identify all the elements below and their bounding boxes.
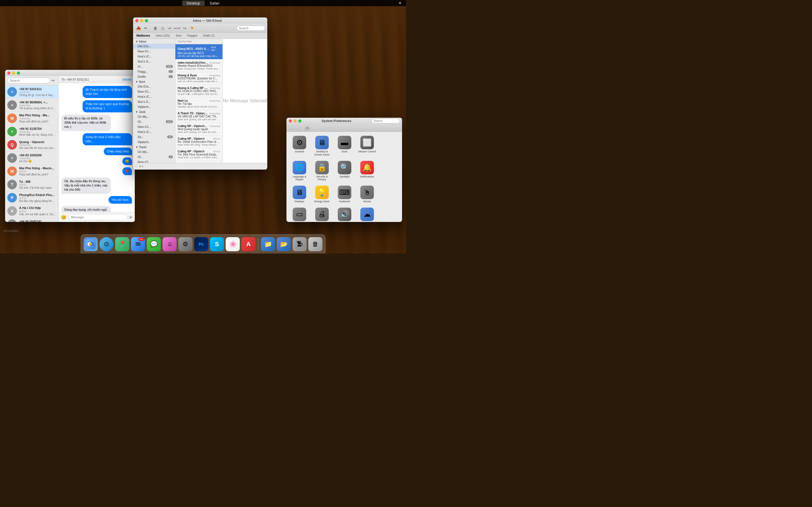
mail-folder[interactable]: Vijatech... xyxy=(133,139,175,145)
back-button[interactable]: ‹ xyxy=(289,126,294,130)
mail-item[interactable]: Hoang & Cường NP -... Yesterday KE HOACH… xyxy=(175,85,222,98)
mail-item[interactable]: Giang WCS - ANSV & A... 9:53 AM Bàn về x… xyxy=(175,44,222,59)
mail-item[interactable]: Cường NP - Vijatech 6/5/15 Re: Detail Co… xyxy=(175,135,222,148)
tab-mailboxes[interactable]: Mailboxes xyxy=(135,34,151,38)
dock-icon-trash[interactable]: 🗑 xyxy=(308,237,322,251)
list-item[interactable]: + +84 93 9838684, +... Yesterday Tôi trư… xyxy=(5,99,58,112)
mail-item[interactable]: wake.masahide@tosh... Yesterday Weekly R… xyxy=(175,59,222,72)
syspref-item-mouse[interactable]: 🖱 Mouse xyxy=(357,184,377,204)
mail-folder[interactable]: So...32 xyxy=(133,134,175,139)
close-button[interactable] xyxy=(7,71,10,75)
dock-icon-safari[interactable]: ⊙ xyxy=(100,237,114,251)
minimize-button[interactable] xyxy=(140,19,143,22)
close-button[interactable] xyxy=(289,119,292,122)
dock-icon-autodraw[interactable]: A xyxy=(242,237,256,251)
mail-item[interactable]: Nam Le Yesterday Re: Tài liệu Weekly rep… xyxy=(175,98,222,110)
mail-sort-header[interactable]: Sort by Date xyxy=(175,39,222,44)
list-item[interactable]: + +84 97 6331311 10:58 AM Thông tin gì. … xyxy=(5,86,58,99)
mail-folder[interactable]: New iCl... xyxy=(133,124,175,129)
list-item[interactable]: P Phong/Kui Khánh Pho... 6/3/15 Bố đao n… xyxy=(5,191,58,205)
mail-folder[interactable]: Old iClo... xyxy=(133,84,175,89)
syspref-item-desktop[interactable]: 🖥 Desktop & Screen Saver xyxy=(312,135,332,158)
syspref-item-spotlight[interactable]: 🔍 Spotlight xyxy=(335,160,355,182)
syspref-item-language[interactable]: 🌐 Language & Region xyxy=(289,160,310,182)
list-item[interactable]: + +84 93 3205206 Yesterday ok chú 😊 xyxy=(5,152,58,165)
maximize-button[interactable] xyxy=(145,19,148,22)
list-item[interactable]: + +84 91 5135754 Yesterday Mình đến rồi … xyxy=(5,125,58,138)
forward-button[interactable]: › xyxy=(296,126,301,130)
dock-icon-messages[interactable]: 💬 xyxy=(147,237,161,251)
dock-icon-itunes[interactable]: ♫ xyxy=(163,237,177,251)
mail-folder[interactable]: Flagg... 1 xyxy=(133,69,175,74)
syspref-item-displays[interactable]: 🖥 Displays xyxy=(289,184,310,204)
dock-icon-folder1[interactable]: 📁 xyxy=(261,237,275,251)
chat-details-link[interactable]: Details xyxy=(122,78,132,81)
syspref-item-mission[interactable]: ⬜ Mission Control xyxy=(357,135,377,158)
emoji-icon[interactable]: 😊 xyxy=(61,215,66,220)
maximize-button[interactable] xyxy=(298,119,301,122)
mail-folder[interactable]: New iCl... xyxy=(133,159,175,163)
maximize-button[interactable] xyxy=(17,71,20,75)
syspref-item-sound[interactable]: 🔊 Sound xyxy=(335,207,355,222)
syspref-item-notifications[interactable]: 🔔 Notifications xyxy=(357,160,377,182)
syspref-item-energy[interactable]: 💡 Energy Saver xyxy=(312,184,332,204)
mail-item[interactable]: wake.masahide@toshibu... 6/5/15 FW: [Not… xyxy=(175,161,222,163)
syspref-item-keyboard[interactable]: ⌨ Keyboard xyxy=(335,184,355,204)
list-item[interactable]: T Tú - MB 6/3/15 Ok anh. Cả nhà ngủ ngon… xyxy=(5,178,58,191)
mail-folder[interactable]: Soc's G... xyxy=(133,99,175,104)
mail-folder[interactable]: New iCl... xyxy=(133,49,175,54)
dock-icon-skype[interactable]: S xyxy=(210,237,224,251)
minimize-button[interactable] xyxy=(294,119,297,122)
flag-button[interactable]: ⚑ xyxy=(189,25,195,31)
syspref-item-dock[interactable]: ▬ Dock xyxy=(335,135,355,158)
mail-folder[interactable]: Hoa's iC... xyxy=(133,129,175,134)
compose-button[interactable]: ✏ xyxy=(52,78,56,83)
dock-icon-maps[interactable]: 📍 xyxy=(115,237,130,251)
mail-folder[interactable]: Old iClo... xyxy=(133,44,175,49)
tab-sent[interactable]: Sent xyxy=(174,34,183,38)
mail-folder[interactable]: Ol...410 xyxy=(133,119,175,124)
mail-folder[interactable]: Drafts 1 xyxy=(133,74,175,79)
dock-icon-mail[interactable]: ✉ 201 xyxy=(131,237,145,251)
dock-icon-photos[interactable]: 🌸 xyxy=(226,237,240,251)
syspref-item-general[interactable]: ⚙ General xyxy=(289,135,310,158)
mail-folder[interactable]: On My... xyxy=(133,114,175,119)
mail-folder[interactable]: Hoa's iC... xyxy=(133,94,175,99)
syspref-item-security[interactable]: 🔒 Security & Privacy xyxy=(312,160,332,182)
junk-button[interactable]: ⚠ xyxy=(160,25,166,31)
mail-item[interactable]: Hoang & Ryan Yesterday EVOSTREAM: Questi… xyxy=(175,72,222,85)
syspref-item-trackpad[interactable]: ▭ Trackpad xyxy=(289,207,310,222)
mail-folder[interactable]: Hoa's iC... xyxy=(133,54,175,59)
tab-flagged[interactable]: Flagged xyxy=(186,34,199,38)
image-attach-icon[interactable]: ⊕ xyxy=(129,215,133,219)
list-item[interactable]: M Mai Phú Hưng - Macin... 6/8/15 Pass wi… xyxy=(5,165,58,178)
compose-button[interactable]: ✏ xyxy=(143,25,149,31)
mail-item[interactable]: À Thành TD - Vijatech... Yesterday VE VA… xyxy=(175,110,222,123)
list-item[interactable]: Q Quang - Vijasemi Yesterday Khi nào Ms … xyxy=(5,138,58,152)
mail-item[interactable]: Cường NP - Vijatech... Yesterday Nhờ Qua… xyxy=(175,123,222,135)
imessage-search-input[interactable] xyxy=(7,78,50,83)
delete-button[interactable]: 🗑 xyxy=(152,25,158,31)
dock-icon-photoshop[interactable]: Ps xyxy=(194,237,208,251)
mail-folder[interactable]: Vijatech... xyxy=(133,104,175,109)
mail-folder[interactable]: New iCl... xyxy=(133,89,175,94)
mail-search-input[interactable] xyxy=(237,25,265,31)
tab-desktop[interactable]: Desktop xyxy=(182,1,205,6)
minimize-button[interactable] xyxy=(12,71,15,75)
tab-inbox[interactable]: Inbox (201) xyxy=(154,34,171,38)
list-item[interactable]: M Mai Phú Hưng - Ma... Yesterday Pass wi… xyxy=(5,112,58,125)
mail-folder[interactable]: Vi... 201 xyxy=(133,64,175,69)
close-button[interactable] xyxy=(135,19,139,22)
mail-folder[interactable]: Soc's G... xyxy=(133,59,175,64)
grid-view-button[interactable]: ⊞ xyxy=(305,126,310,130)
syspref-item-printers[interactable]: 🖨 Printers & Scanners xyxy=(312,207,332,222)
list-item[interactable]: + +84 94 5045741 6/2/15 Thực ra thêm mới… xyxy=(5,218,58,222)
forward-button[interactable]: ↪ xyxy=(182,25,188,31)
mail-folder[interactable]: Ol...3 xyxy=(133,154,175,159)
syspref-item-icloud[interactable]: ☁ iCloud xyxy=(357,207,377,222)
reply-all-button[interactable]: ↩↩ xyxy=(174,25,181,31)
dock-icon-finder[interactable]: 😀 xyxy=(84,237,98,251)
dock-icon-archive[interactable]: 🗜 xyxy=(293,237,307,251)
mail-folder[interactable]: On My... xyxy=(133,149,175,154)
get-mail-button[interactable]: 📥 xyxy=(135,25,142,31)
